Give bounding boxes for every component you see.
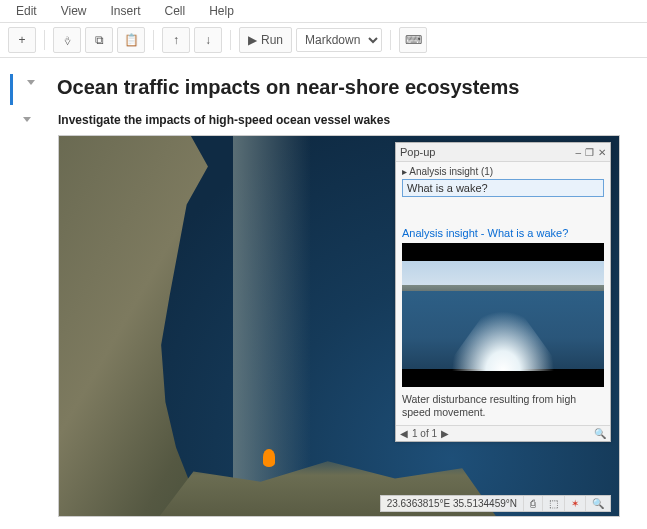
insight-caption: Water disturbance resulting from high sp… xyxy=(402,393,604,419)
toolbar-separator xyxy=(44,30,45,50)
play-icon: ▶ xyxy=(248,34,257,46)
chevron-right-icon: ▶ xyxy=(441,429,449,439)
map-output[interactable]: Pop-up – ❐ ✕ ▸ Analysis insight (1) What… xyxy=(58,135,620,517)
close-icon: ✕ xyxy=(598,148,606,158)
menu-insert[interactable]: Insert xyxy=(110,4,140,18)
popup-title: Pop-up xyxy=(400,146,435,158)
zoom-icon: 🔍 xyxy=(592,499,604,509)
pager-next-button[interactable]: ▶ xyxy=(441,428,449,439)
minimize-icon: – xyxy=(575,148,581,158)
insight-link[interactable]: Analysis insight - What is a wake? xyxy=(402,227,604,239)
target-icon: ✶ xyxy=(571,499,579,509)
scissors-icon: ⎀ xyxy=(64,34,71,46)
move-down-button[interactable]: ↓ xyxy=(194,27,222,53)
popup-panel: Pop-up – ❐ ✕ ▸ Analysis insight (1) What… xyxy=(395,142,611,442)
zoom-to-button[interactable]: 🔍 xyxy=(594,429,606,439)
collapse-toggle[interactable] xyxy=(19,76,43,85)
chevron-down-icon xyxy=(27,80,35,85)
paste-icon: 📋 xyxy=(124,34,139,46)
pager-prev-button[interactable]: ◀ xyxy=(400,428,408,439)
chevron-left-icon: ◀ xyxy=(400,429,408,439)
restore-icon: ❐ xyxy=(585,148,594,158)
move-up-button[interactable]: ↑ xyxy=(162,27,190,53)
popup-body: ▸ Analysis insight (1) What is a wake? A… xyxy=(396,162,610,425)
title-cell[interactable]: Ocean traffic impacts on near-shore ecos… xyxy=(10,74,637,105)
menu-bar: Edit View Insert Cell Help xyxy=(0,0,647,23)
cut-cell-button[interactable]: ⎀ xyxy=(53,27,81,53)
popup-close-button[interactable]: ✕ xyxy=(598,147,606,158)
toolbar-separator xyxy=(153,30,154,50)
coord-tool-zoom[interactable]: 🔍 xyxy=(586,496,610,511)
menu-edit[interactable]: Edit xyxy=(16,4,37,18)
cell-type-select[interactable]: Markdown xyxy=(296,28,382,52)
insight-question-field[interactable]: What is a wake? xyxy=(402,179,604,197)
map-marker[interactable] xyxy=(263,449,275,467)
popup-header[interactable]: Pop-up – ❐ ✕ xyxy=(396,143,610,162)
chevron-down-icon xyxy=(23,117,31,122)
add-cell-button[interactable]: + xyxy=(8,27,36,53)
print-icon: ⎙ xyxy=(530,499,536,509)
menu-view[interactable]: View xyxy=(61,4,87,18)
command-palette-button[interactable]: ⌨ xyxy=(399,27,427,53)
insight-count-label: ▸ Analysis insight (1) xyxy=(402,166,604,177)
run-button-label: Run xyxy=(261,33,283,47)
keyboard-icon: ⌨ xyxy=(405,34,422,46)
arrow-down-icon: ↓ xyxy=(205,34,211,46)
coordinate-readout: 23.6363815°E 35.5134459°N xyxy=(381,496,524,511)
menu-cell[interactable]: Cell xyxy=(165,4,186,18)
select-icon: ⬚ xyxy=(549,499,558,509)
plus-icon: + xyxy=(18,34,25,46)
coord-tool-print[interactable]: ⎙ xyxy=(524,496,543,511)
toolbar-separator xyxy=(230,30,231,50)
coord-tool-target[interactable]: ✶ xyxy=(565,496,586,511)
notebook-area: Ocean traffic impacts on near-shore ecos… xyxy=(0,58,647,517)
popup-pager: ◀ 1 of 1 ▶ xyxy=(400,428,449,439)
popup-footer: ◀ 1 of 1 ▶ 🔍 xyxy=(396,425,610,441)
toolbar-separator xyxy=(390,30,391,50)
paste-cell-button[interactable]: 📋 xyxy=(117,27,145,53)
run-button[interactable]: ▶ Run xyxy=(239,27,292,53)
popup-minimize-button[interactable]: – xyxy=(575,147,581,158)
insight-media[interactable] xyxy=(402,243,604,387)
copy-icon: ⧉ xyxy=(95,34,104,46)
page-title: Ocean traffic impacts on near-shore ecos… xyxy=(57,76,519,99)
toolbar: + ⎀ ⧉ 📋 ↑ ↓ ▶ Run Markdown ⌨ xyxy=(0,23,647,58)
section-subheading: Investigate the impacts of high-speed oc… xyxy=(58,113,390,127)
arrow-up-icon: ↑ xyxy=(173,34,179,46)
subheading-cell[interactable]: Investigate the impacts of high-speed oc… xyxy=(10,113,637,127)
pager-label: 1 of 1 xyxy=(412,428,437,439)
collapse-toggle[interactable] xyxy=(10,113,44,122)
popup-restore-button[interactable]: ❐ xyxy=(585,147,594,158)
coordinate-bar: 23.6363815°E 35.5134459°N ⎙ ⬚ ✶ 🔍 xyxy=(380,495,611,512)
menu-help[interactable]: Help xyxy=(209,4,234,18)
coord-tool-select[interactable]: ⬚ xyxy=(543,496,565,511)
copy-cell-button[interactable]: ⧉ xyxy=(85,27,113,53)
